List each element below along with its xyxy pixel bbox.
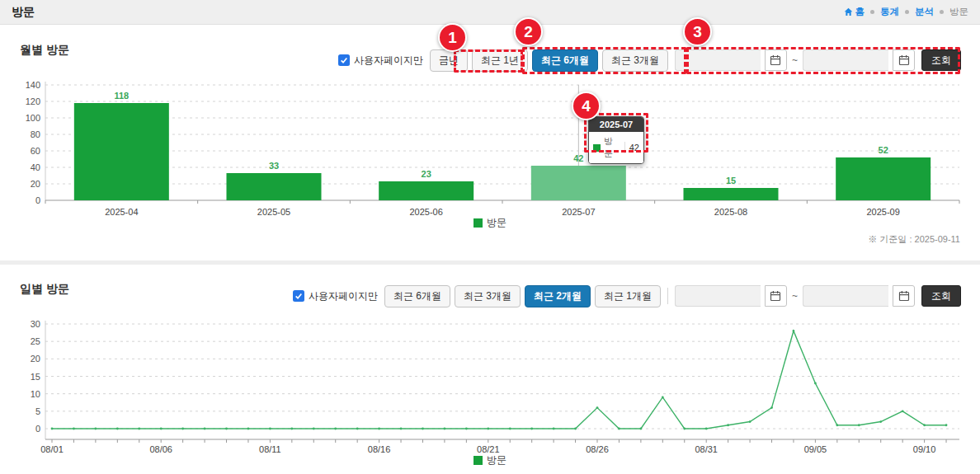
checkbox-checked-icon (293, 290, 304, 302)
monthly-controls: 사용자페이지만 금년 최근 1년 최근 6개월 최근 3개월 ~ 조회 (338, 49, 961, 72)
breadcrumb-current-page: 방문 (949, 6, 968, 18)
daily-date-range: ~ 조회 (675, 285, 961, 307)
monthly-range-buttons: 금년 최근 1년 최근 6개월 최근 3개월 (430, 49, 668, 72)
date-range-separator: ~ (792, 54, 798, 66)
breadcrumb: 홈 통계 분석 방문 (844, 6, 969, 18)
range-button-last-1-year[interactable]: 최근 1년 (472, 49, 528, 72)
legend-swatch (474, 218, 483, 228)
breadcrumb-stats-link[interactable]: 통계 (880, 6, 899, 18)
date-from-input[interactable] (675, 49, 761, 71)
reference-date-note: ※ 기준일 : 2025-09-11 (868, 233, 960, 246)
svg-text:23: 23 (422, 169, 431, 179)
daily-legend: 방문 (20, 453, 960, 467)
svg-text:42: 42 (573, 153, 583, 163)
monthly-legend: 방문 (20, 216, 960, 230)
breadcrumb-home-label: 홈 (855, 6, 865, 18)
monthly-bar-chart[interactable]: 0204060801001201401182025-04332025-05232… (20, 78, 960, 218)
calendar-icon (770, 290, 781, 302)
range-button-last-3-months[interactable]: 최근 3개월 (602, 49, 668, 72)
svg-text:0: 0 (35, 424, 40, 434)
svg-text:15: 15 (726, 176, 736, 185)
checkbox-checked-icon (338, 54, 350, 66)
home-icon (844, 7, 853, 16)
breadcrumb-home-link[interactable]: 홈 (844, 6, 865, 18)
svg-text:15: 15 (31, 372, 40, 382)
breadcrumb-separator-dot (870, 10, 874, 14)
page-header: 방문 홈 통계 분석 방문 (0, 0, 980, 25)
svg-text:100: 100 (26, 113, 40, 123)
range-button-last-6-months[interactable]: 최근 6개월 (532, 49, 598, 72)
search-button[interactable]: 조회 (921, 49, 961, 71)
annotation-badge-1: 1 (438, 23, 467, 52)
range-button-last-1-month[interactable]: 최근 1개월 (595, 285, 661, 307)
visit-statistics-page: 방문 홈 통계 분석 방문 월별 방문 사용자페이지만 금년 최근 1년 최근 … (0, 0, 980, 474)
legend-label: 방문 (487, 453, 506, 467)
checkbox-label: 사용자페이지만 (354, 54, 423, 68)
monthly-bar-chart-svg: 0204060801001201401182025-04332025-05232… (20, 78, 960, 218)
date-range-separator: ~ (792, 290, 798, 302)
svg-text:30: 30 (31, 319, 40, 329)
range-button-last-6-months[interactable]: 최근 6개월 (384, 285, 450, 307)
tooltip-value: 42 (629, 143, 639, 153)
chart-tooltip: 2025-07 방문 42 (588, 116, 644, 164)
monthly-section-title: 월별 방문 (20, 43, 69, 58)
svg-text:118: 118 (114, 91, 129, 101)
date-from-input[interactable] (675, 285, 761, 307)
calendar-icon (770, 54, 781, 66)
date-from-calendar-button[interactable] (765, 49, 787, 71)
date-to-calendar-button[interactable] (893, 285, 915, 307)
svg-text:20: 20 (31, 179, 40, 189)
monthly-userpage-only-checkbox[interactable]: 사용자페이지만 (338, 54, 423, 68)
svg-text:10: 10 (31, 389, 40, 399)
svg-text:0: 0 (35, 195, 40, 205)
tooltip-series-swatch (593, 144, 601, 152)
controls-divider (667, 288, 668, 304)
tooltip-series-label: 방문 (604, 135, 621, 160)
svg-text:40: 40 (31, 162, 40, 172)
svg-text:5: 5 (35, 406, 40, 416)
daily-range-buttons: 최근 6개월 최근 3개월 최근 2개월 최근 1개월 (384, 285, 661, 307)
svg-text:33: 33 (269, 161, 279, 171)
calendar-icon (898, 54, 910, 66)
tooltip-title: 2025-07 (589, 117, 643, 132)
date-to-input[interactable] (803, 49, 888, 71)
page-title: 방문 (12, 5, 35, 20)
date-from-calendar-button[interactable] (765, 285, 787, 307)
svg-text:60: 60 (31, 146, 40, 156)
section-divider (0, 260, 980, 265)
range-button-last-3-months[interactable]: 최근 3개월 (455, 285, 521, 307)
svg-text:25: 25 (31, 336, 40, 346)
svg-text:120: 120 (26, 96, 40, 106)
daily-line-chart[interactable]: 05101520253008/0108/0608/1108/1608/2108/… (20, 317, 960, 454)
breadcrumb-separator-dot (940, 10, 944, 14)
tooltip-divider (624, 142, 625, 153)
monthly-date-range: ~ 조회 (675, 49, 961, 71)
calendar-icon (898, 290, 910, 302)
legend-label: 방문 (487, 216, 506, 230)
date-to-input[interactable] (803, 285, 888, 307)
daily-line-chart-svg: 05101520253008/0108/0608/1108/1608/2108/… (20, 317, 960, 454)
svg-text:52: 52 (879, 145, 888, 155)
svg-text:20: 20 (31, 354, 40, 364)
range-button-last-2-months[interactable]: 최근 2개월 (525, 285, 591, 307)
daily-userpage-only-checkbox[interactable]: 사용자페이지만 (293, 289, 378, 303)
search-button[interactable]: 조회 (921, 285, 961, 307)
legend-swatch (474, 456, 483, 465)
breadcrumb-analysis-link[interactable]: 분석 (915, 6, 934, 18)
breadcrumb-separator-dot (905, 10, 909, 14)
range-button-this-year[interactable]: 금년 (430, 49, 468, 72)
daily-controls: 사용자페이지만 최근 6개월 최근 3개월 최근 2개월 최근 1개월 ~ 조회 (293, 284, 961, 307)
svg-text:140: 140 (26, 80, 40, 90)
daily-section-title: 일별 방문 (20, 282, 69, 297)
date-to-calendar-button[interactable] (893, 49, 915, 71)
svg-text:80: 80 (31, 129, 40, 139)
checkbox-label: 사용자페이지만 (309, 289, 378, 303)
